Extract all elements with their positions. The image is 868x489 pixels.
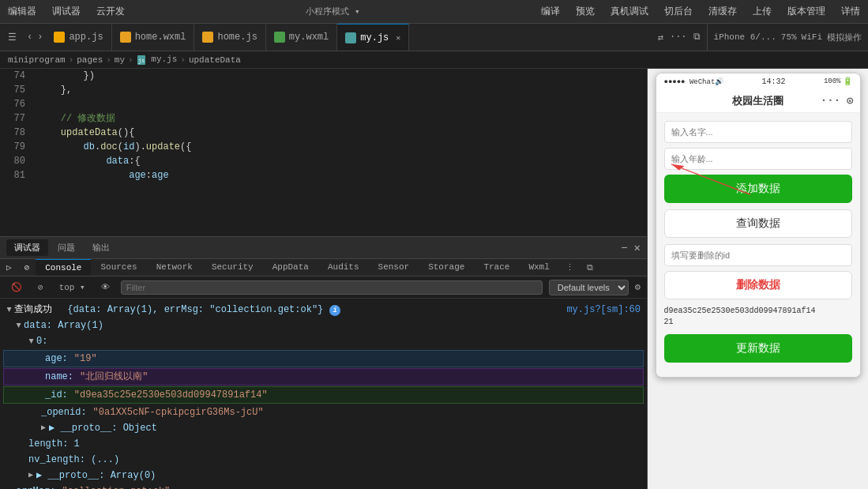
subtab-security[interactable]: Security bbox=[202, 259, 263, 276]
phone-add-btn[interactable]: 添加数据 bbox=[664, 175, 852, 203]
more-tabs-icon[interactable]: ⋮ bbox=[559, 259, 581, 276]
tab-my-wxml[interactable]: my.wxml bbox=[266, 24, 337, 51]
phone-camera-icon[interactable]: ⊙ bbox=[847, 94, 853, 107]
console-filter-input[interactable] bbox=[121, 280, 543, 295]
subtab-console[interactable]: Console bbox=[36, 259, 91, 276]
breadcrumb-pages[interactable]: pages bbox=[77, 55, 103, 65]
item-0-label: 0: bbox=[36, 334, 47, 348]
toolbar-version[interactable]: 版本管理 bbox=[780, 3, 833, 20]
subtab-trace[interactable]: Trace bbox=[474, 259, 519, 276]
mode-btn[interactable]: 模拟操作 bbox=[827, 32, 862, 43]
phone-name-input[interactable] bbox=[664, 121, 852, 143]
more-icon[interactable]: ··· bbox=[670, 32, 687, 43]
devtools-tabs: 调试器 问题 输出 bbox=[6, 239, 621, 256]
breadcrumb-miniprogram[interactable]: miniprogram bbox=[8, 55, 66, 65]
zoom-level[interactable]: 75% bbox=[781, 32, 797, 42]
code-line-76 bbox=[38, 97, 647, 111]
toolbar-clear-cache[interactable]: 清缓存 bbox=[701, 3, 745, 20]
console-clear-btn[interactable]: 🚫 bbox=[6, 280, 27, 294]
proto2-line: ▶ ▶ __proto__: Array(0) bbox=[0, 468, 647, 483]
phone-update-btn[interactable]: 更新数据 bbox=[664, 334, 852, 363]
obj-preview-content[interactable]: {data: Array(1), errMsg: "collection.get… bbox=[67, 303, 323, 317]
code-line-74: }) bbox=[38, 69, 647, 83]
query-success-label: 查询成功 bbox=[14, 303, 52, 317]
phone-delete-btn[interactable]: 删除数据 bbox=[664, 271, 852, 299]
tab-app-js[interactable]: app.js bbox=[46, 24, 111, 51]
subtab-network[interactable]: Network bbox=[147, 259, 202, 276]
toolbar-compile[interactable]: 编译 bbox=[533, 3, 568, 20]
phone-age-input[interactable] bbox=[664, 148, 852, 170]
toolbar-background[interactable]: 切后台 bbox=[656, 3, 701, 20]
subtab-appdata[interactable]: AppData bbox=[263, 259, 318, 276]
toolbar-editor[interactable]: 编辑器 bbox=[0, 3, 44, 20]
console-eye-btn[interactable]: 👁 bbox=[96, 280, 115, 294]
devtools-tab-output[interactable]: 输出 bbox=[85, 239, 118, 256]
console-stop-icon[interactable]: ⊘ bbox=[18, 259, 36, 276]
data-label: data: Array(1) bbox=[24, 318, 103, 333]
device-controls: iPhone 6/... 75% WiFi 模拟操作 bbox=[708, 32, 868, 43]
top-dropdown[interactable]: top ▾ bbox=[54, 280, 90, 294]
battery-area: 100% 🔋 bbox=[824, 77, 852, 86]
devtools-tab-debugger[interactable]: 调试器 bbox=[6, 239, 48, 256]
toolbar-debugger[interactable]: 调试器 bbox=[44, 3, 88, 20]
nav-forward[interactable]: › bbox=[37, 32, 43, 43]
breadcrumb-file[interactable]: js my.js bbox=[137, 55, 178, 64]
subtab-sources[interactable]: Sources bbox=[91, 259, 146, 276]
toolbar-cloud[interactable]: 云开发 bbox=[88, 3, 133, 20]
phone-nav-bar: 校园生活圈 ··· ⊙ bbox=[656, 89, 860, 113]
breadcrumb-my[interactable]: my bbox=[115, 55, 125, 65]
toolbar-detail[interactable]: 详情 bbox=[833, 3, 868, 20]
log-level-select[interactable]: Default levels bbox=[549, 280, 629, 295]
main-area: 74 75 76 77 78 79 80 81 }) }, // 修改数据 up… bbox=[0, 69, 868, 489]
console-settings-icon[interactable]: ⚙ bbox=[635, 281, 641, 293]
expand-arrow-result[interactable]: ▶ bbox=[2, 307, 16, 312]
split-icon[interactable]: ⧉ bbox=[693, 32, 701, 43]
console-run-icon[interactable]: ▷ bbox=[0, 259, 18, 276]
name-key: name: bbox=[45, 370, 73, 384]
phone-menu-icon[interactable]: ··· bbox=[821, 94, 840, 107]
proto2-arrow[interactable]: ▶ bbox=[28, 468, 33, 483]
proto-arrow[interactable]: ▶ bbox=[41, 421, 46, 435]
toolbar-preview[interactable]: 预览 bbox=[568, 3, 603, 20]
nav-back[interactable]: ‹ bbox=[27, 32, 32, 43]
console-subtabs: ▷ ⊘ Console Sources Network Security App… bbox=[0, 259, 647, 276]
signal-dots: ●●●●● WeChat🔊 bbox=[664, 77, 724, 86]
console-output: ▶ 查询成功 {data: Array(1), errMsg: "collect… bbox=[0, 299, 647, 489]
file-link[interactable]: my.js?[sm]:60 bbox=[566, 303, 641, 317]
devtools-header: 调试器 问题 输出 − ✕ bbox=[0, 237, 647, 259]
sidebar-toggle[interactable]: ☰ bbox=[0, 32, 24, 43]
item-0-line: ▶ 0: bbox=[0, 333, 647, 349]
toolbar-real-debug[interactable]: 真机调试 bbox=[603, 3, 656, 20]
carrier-label: ●●●●● WeChat🔊 bbox=[664, 77, 724, 86]
subtab-sensor[interactable]: Sensor bbox=[369, 259, 419, 276]
toolbar-center-label: 小程序模式 ▾ bbox=[133, 6, 533, 17]
sync-icon[interactable]: ⇄ bbox=[658, 32, 663, 43]
tab-bar: ☰ ‹ › app.js home.wxml home.js my.wxml m… bbox=[0, 24, 868, 51]
subtab-audits[interactable]: Audits bbox=[318, 259, 369, 276]
tab-close-my-js[interactable]: ✕ bbox=[396, 33, 400, 43]
nv-length-label: nv_length: (...) bbox=[28, 453, 119, 467]
device-selector[interactable]: iPhone 6/... bbox=[714, 32, 776, 42]
phone-query-btn[interactable]: 查询数据 bbox=[664, 209, 852, 238]
console-tabs-list: Console Sources Network Security AppData… bbox=[36, 259, 559, 276]
devtools-minimize[interactable]: − bbox=[621, 242, 627, 254]
tab-my-js[interactable]: my.js ✕ bbox=[337, 24, 409, 51]
console-filter-btn[interactable]: ⊘ bbox=[33, 280, 48, 294]
devtools-tab-issues[interactable]: 问题 bbox=[50, 239, 83, 256]
name-val: "北回归线以南" bbox=[80, 370, 148, 384]
code-line-80: data:{ bbox=[38, 154, 647, 168]
toolbar-upload[interactable]: 上传 bbox=[745, 3, 780, 20]
detach-icon[interactable]: ⧉ bbox=[581, 260, 599, 276]
tab-home-wxml[interactable]: home.wxml bbox=[112, 24, 195, 51]
openid-val: "0a1XX5cNF-cpkipcgirG36Ms-jcU" bbox=[93, 405, 264, 419]
subtab-wxml[interactable]: Wxml bbox=[519, 259, 558, 276]
phone-id-input[interactable] bbox=[664, 244, 852, 266]
breadcrumb-function[interactable]: updateData bbox=[189, 55, 241, 65]
tab-home-js[interactable]: home.js bbox=[194, 24, 265, 51]
wifi-label[interactable]: WiFi bbox=[802, 32, 822, 42]
devtools-close[interactable]: ✕ bbox=[634, 241, 641, 254]
phone-frame: ●●●●● WeChat🔊 14:32 100% 🔋 校园生活圈 ··· ⊙ bbox=[656, 73, 861, 378]
expand-data-arrow[interactable]: ▶ bbox=[11, 323, 25, 328]
expand-0-arrow[interactable]: ▶ bbox=[24, 339, 38, 344]
subtab-storage[interactable]: Storage bbox=[419, 259, 474, 276]
